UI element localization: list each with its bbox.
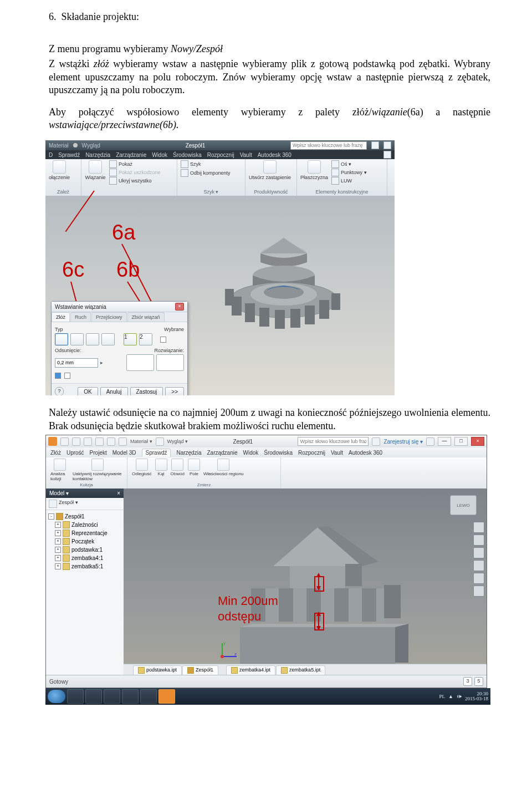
constraint-dialog: Wstawianie wiązania × Złóż Ruch Przejści… bbox=[51, 301, 188, 395]
help-icon[interactable] bbox=[383, 141, 391, 149]
pager[interactable]: 5 bbox=[474, 677, 483, 686]
nav-pan-icon[interactable] bbox=[473, 547, 484, 558]
svg-point-13 bbox=[264, 286, 304, 299]
window-titlebar: Materiał Wygląd Zespół1 bbox=[45, 140, 395, 150]
doc-tab[interactable]: zembatka5.ipt bbox=[276, 665, 325, 675]
browser-close-icon[interactable]: × bbox=[117, 490, 120, 496]
solution-aligned-icon[interactable] bbox=[156, 354, 184, 371]
svg-rect-8 bbox=[305, 306, 315, 324]
pager[interactable]: 3 bbox=[463, 677, 472, 686]
select-1-icon[interactable]: 1 bbox=[124, 333, 137, 345]
tree-item[interactable]: +Reprezentacje bbox=[48, 529, 121, 537]
tabs-menu-icon[interactable] bbox=[126, 666, 132, 673]
ribbon-collapse-icon[interactable] bbox=[383, 151, 391, 159]
status-text: Gotowy bbox=[49, 679, 68, 685]
offset-label-2: odstępu bbox=[218, 609, 261, 624]
signin-link[interactable]: Zarejestruj się ▾ bbox=[383, 439, 423, 445]
checkbox-pick[interactable] bbox=[160, 337, 166, 343]
activate-contacts-button[interactable]: Uaktywnij rozwiązywanie kontaktów bbox=[73, 459, 122, 481]
apply-button[interactable]: Zastosuj bbox=[130, 387, 163, 395]
paragraph-2: Z wstążki złóż wybieramy wstaw a następn… bbox=[49, 58, 490, 96]
tree-item[interactable]: +zembatka4:1 bbox=[48, 554, 121, 562]
status-bar: Gotowy 3 5 bbox=[46, 675, 487, 688]
checkbox-2[interactable] bbox=[64, 373, 70, 379]
ucs-icon bbox=[331, 177, 339, 185]
ok-button[interactable]: OK bbox=[78, 387, 98, 395]
svg-rect-6 bbox=[275, 310, 285, 329]
close-button[interactable]: × bbox=[471, 437, 484, 446]
pattern-icon bbox=[181, 160, 188, 168]
doc-tab[interactable]: zembatka4.ipt bbox=[226, 665, 275, 675]
svg-rect-9 bbox=[319, 300, 329, 319]
search-icon[interactable] bbox=[372, 437, 380, 446]
type-angle-icon[interactable] bbox=[70, 333, 84, 345]
ribbon-constrain-button[interactable]: Wiązanie bbox=[85, 160, 106, 180]
ribbon: Analiza kolizji Uaktywnij rozwiązywanie … bbox=[46, 457, 487, 489]
svg-rect-17 bbox=[345, 564, 362, 586]
menu-first[interactable]: D bbox=[49, 152, 53, 158]
tree-item[interactable]: +podstawka:1 bbox=[48, 546, 121, 554]
measure-distance-button[interactable]: Odległość bbox=[132, 459, 152, 476]
help-icon[interactable]: ? bbox=[55, 387, 64, 395]
gear-model bbox=[212, 235, 356, 345]
maximize-button[interactable]: □ bbox=[454, 437, 468, 446]
close-icon[interactable]: × bbox=[175, 303, 184, 311]
doc-tab[interactable]: Zespół1 bbox=[182, 665, 218, 675]
ribbon-join-button[interactable]: ołączenie bbox=[49, 160, 70, 180]
collision-analysis-button[interactable]: Analiza kolizji bbox=[50, 459, 69, 481]
cancel-button[interactable]: Anuluj bbox=[100, 387, 128, 395]
annotation-6c: 6c bbox=[62, 258, 84, 282]
axis-triad-icon: y z bbox=[218, 639, 240, 661]
type-mate-icon[interactable] bbox=[55, 333, 68, 345]
tree-root[interactable]: -Zespół1 bbox=[48, 512, 121, 521]
ribbon-substitute-button[interactable]: Utwórz zastąpienie bbox=[249, 160, 291, 180]
search-icon[interactable] bbox=[371, 141, 379, 149]
section-heading: 6. Składanie projektu: bbox=[49, 11, 490, 23]
help-icon[interactable] bbox=[426, 437, 434, 446]
start-button[interactable] bbox=[48, 690, 65, 703]
ribbon-plane-button[interactable]: Płaszczyzna bbox=[300, 160, 328, 180]
offset-arrows bbox=[312, 572, 326, 633]
svg-rect-10 bbox=[331, 293, 340, 310]
model-browser: Model ▾× Zespół ▾ -Zespół1 +Zależności +… bbox=[46, 489, 124, 675]
nav-home-icon[interactable] bbox=[473, 522, 484, 533]
type-insert-icon[interactable] bbox=[101, 333, 115, 345]
system-tray[interactable]: PL ▲ 🕪 20:30 2015-03-18 bbox=[439, 691, 488, 701]
checkbox-1[interactable] bbox=[55, 373, 61, 379]
offset-input[interactable] bbox=[55, 358, 98, 368]
tab-dropdown-icon[interactable] bbox=[219, 666, 226, 673]
filter-icon[interactable] bbox=[49, 500, 57, 508]
qat-icon[interactable] bbox=[60, 437, 69, 446]
svg-rect-26 bbox=[395, 624, 408, 663]
search-input[interactable] bbox=[290, 141, 367, 150]
ribbon-tabs: Złóż Uprość Projekt Model 3D Sprawdź Nar… bbox=[46, 447, 487, 458]
ribbon-tabs: D Sprawdź Narzędzia Zarządzanie Widok Śr… bbox=[45, 150, 395, 159]
tree-item[interactable]: +Początek bbox=[48, 537, 121, 546]
select-2-icon[interactable]: 2 bbox=[139, 333, 152, 345]
viewport[interactable]: LEWO bbox=[124, 489, 487, 675]
nav-orbit-icon[interactable] bbox=[473, 535, 484, 546]
tree-item[interactable]: +zembatka5:1 bbox=[48, 562, 121, 571]
doc-tab[interactable]: podstawka.ipt bbox=[133, 665, 182, 675]
more-button[interactable]: >> bbox=[165, 387, 184, 395]
nav-zoom-icon[interactable] bbox=[473, 560, 484, 571]
tray-icon[interactable]: 🕪 bbox=[457, 694, 462, 699]
svg-marker-29 bbox=[316, 573, 321, 577]
svg-rect-4 bbox=[245, 303, 255, 322]
screenshot-inventor-full: Materiał ▾ Wygląd ▾ Zespół1 Zarejestruj … bbox=[45, 435, 487, 688]
taskbar-app-icon[interactable] bbox=[67, 689, 84, 704]
search-input[interactable] bbox=[298, 437, 369, 446]
tree-item[interactable]: +Zależności bbox=[48, 521, 121, 529]
offset-label-1: Min 200um bbox=[218, 594, 278, 608]
svg-text:y: y bbox=[223, 640, 226, 645]
type-tangent-icon[interactable] bbox=[86, 333, 99, 345]
screenshot-assembly-ribbon: Materiał Wygląd Zespół1 D Sprawdź Narzęd… bbox=[45, 140, 395, 395]
svg-point-38 bbox=[221, 655, 224, 658]
solution-opposed-icon[interactable] bbox=[126, 354, 154, 371]
ribbon: ołączenie Zależ Wiązanie Pokaż Pokaż usz… bbox=[45, 159, 395, 196]
viewcube[interactable]: LEWO bbox=[450, 495, 477, 515]
windows-taskbar: PL ▲ 🕪 20:30 2015-03-18 bbox=[45, 688, 490, 705]
minimize-button[interactable]: — bbox=[438, 437, 451, 446]
svg-text:z: z bbox=[234, 652, 237, 657]
hide-all-icon bbox=[109, 177, 117, 185]
